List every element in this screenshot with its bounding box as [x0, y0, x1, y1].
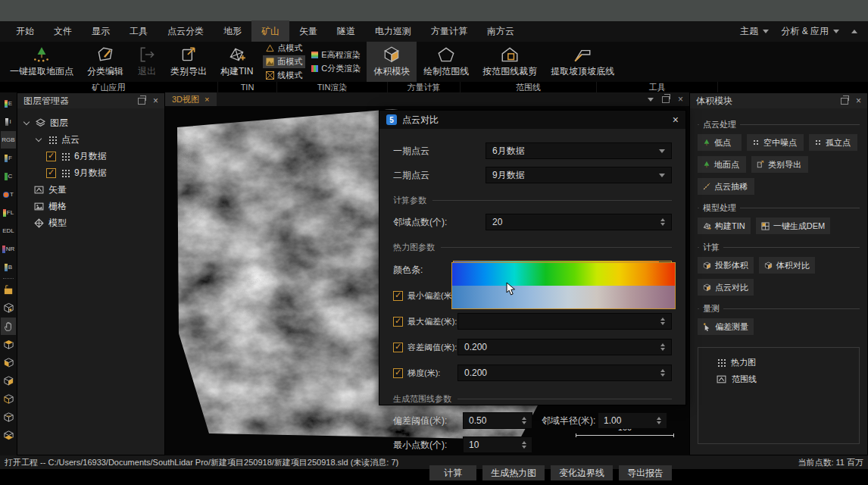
max-deviation-input[interactable] [457, 313, 672, 330]
spinner-arrows[interactable] [660, 343, 665, 351]
min-deviation-checkbox[interactable] [393, 291, 403, 301]
build-tin-button[interactable]: 构建TIN [214, 42, 260, 82]
line-mode-button[interactable]: 线模式 [263, 69, 305, 82]
extract-ground-points-button[interactable]: 一键提取地面点 [3, 42, 80, 82]
ground-points-button[interactable]: 地面点 [698, 156, 746, 173]
menu-item-south-cloud[interactable]: 南方云 [477, 20, 524, 42]
spinner-arrows[interactable] [660, 369, 665, 377]
class-export-button[interactable]: 类别导出 [751, 156, 808, 173]
view-top-tool[interactable] [1, 336, 16, 353]
spinner-arrows[interactable] [522, 441, 526, 449]
class-export-button[interactable]: 类别导出 [164, 42, 214, 82]
fl-render-tool[interactable]: FL [1, 204, 16, 221]
max-deviation-checkbox[interactable] [393, 317, 403, 327]
tree-node-model[interactable]: 模型 [34, 214, 160, 231]
view-back-tool[interactable] [1, 408, 16, 426]
change-boundary-button[interactable]: 变化边界线 [551, 465, 613, 480]
menu-item-display[interactable]: 显示 [82, 20, 120, 42]
dialog-close-button[interactable]: × [673, 114, 679, 125]
tab-list-dropdown-icon[interactable] [648, 98, 654, 102]
theme-dropdown[interactable]: 主题 [740, 25, 769, 38]
gradient-input[interactable]: 0.200 [457, 365, 672, 381]
menu-item-vector[interactable]: 矢量 [289, 20, 327, 42]
pan-tool[interactable] [1, 318, 16, 335]
menu-item-power-survey[interactable]: 电力巡测 [365, 20, 421, 42]
close-panel-icon[interactable]: × [856, 96, 861, 105]
volume-compare-button[interactable]: 体积对比 [759, 257, 815, 274]
menu-item-file[interactable]: 文件 [44, 20, 82, 42]
view-right-tool[interactable] [1, 372, 16, 390]
pointcloud-compare-button[interactable]: 点云对比 [698, 279, 754, 296]
generate-dem-button[interactable]: 一键生成DEM [756, 217, 830, 234]
tab-3d-view[interactable]: 3D视图 × [165, 92, 217, 106]
deviation-threshold-input[interactable]: 0.50 [463, 412, 532, 429]
tree-node-pointcloud[interactable]: 点云 [34, 131, 160, 148]
rgb-render-tool[interactable]: RGB [1, 131, 16, 149]
colorbar-option-rainbow[interactable] [452, 263, 675, 286]
cube-clip-tool[interactable] [1, 299, 16, 317]
tree-node-raster[interactable]: 栅格 [34, 198, 160, 214]
float-panel-icon[interactable] [138, 98, 145, 105]
result-layer-heatmap[interactable]: 热力图 [698, 354, 859, 371]
analysis-app-dropdown[interactable]: 分析 & 应用 [781, 25, 839, 38]
min-points-input[interactable]: 10 [463, 436, 532, 453]
classify-edit-button[interactable]: 分类编辑 [80, 42, 130, 82]
menu-item-tools[interactable]: 工具 [120, 20, 158, 42]
projected-volume-button[interactable]: 投影体积 [698, 257, 754, 274]
float-panel-icon[interactable] [841, 98, 848, 105]
profile-box-tool[interactable] [1, 281, 16, 299]
spinner-arrows[interactable] [660, 218, 665, 226]
close-tab-icon[interactable]: × [205, 95, 209, 104]
menu-item-terrain[interactable]: 地形 [214, 20, 251, 42]
view-bottom-tool[interactable] [1, 427, 16, 444]
nr-render-tool[interactable]: NR [1, 240, 16, 258]
tolerance-input[interactable]: 0.200 [457, 339, 672, 355]
neighbor-radius-input[interactable]: 1.00 [598, 412, 667, 429]
build-tin-button[interactable]: 构建TIN [698, 217, 751, 234]
spinner-arrows[interactable] [657, 417, 661, 424]
phase2-select[interactable]: 9月数据 [486, 167, 672, 183]
result-layer-boundary[interactable]: 范围线 [698, 371, 859, 387]
point-mode-button[interactable]: 点模式 [263, 42, 305, 55]
view-front-tool[interactable] [1, 354, 16, 371]
draw-boundary-button[interactable]: 绘制范围线 [417, 42, 476, 82]
tree-node-vector[interactable]: 矢量 [34, 181, 160, 198]
menu-item-mine[interactable]: 矿山 [251, 20, 289, 42]
time-render-tool[interactable]: T [1, 186, 16, 203]
june-visibility-checkbox[interactable] [46, 152, 56, 161]
september-visibility-checkbox[interactable] [46, 168, 56, 178]
intensity-render-tool[interactable]: I [1, 113, 16, 130]
tree-node-june-data[interactable]: 6月数据 [46, 148, 160, 164]
calculate-button[interactable]: 计算 [429, 465, 476, 480]
neighbor-count-input[interactable]: 20 [486, 214, 672, 230]
colorbar-option-muted[interactable] [452, 286, 675, 308]
elevation-render-tool[interactable]: E [1, 95, 16, 112]
phase1-select[interactable]: 6月数据 [486, 142, 672, 159]
volume-module-button[interactable]: 体积模块 [367, 42, 417, 82]
menu-item-pointcloud-classify[interactable]: 点云分类 [158, 20, 214, 42]
pointcloud-thin-button[interactable]: 点云抽稀 [698, 178, 754, 195]
elevation-render-button[interactable]: E高程渲染 [308, 48, 364, 61]
float-view-icon[interactable] [662, 96, 670, 103]
clip-by-boundary-button[interactable]: 按范围线裁剪 [476, 42, 544, 82]
tolerance-checkbox[interactable] [393, 343, 403, 352]
collapse-ribbon-button[interactable] [851, 30, 857, 33]
spinner-arrows[interactable] [522, 417, 526, 424]
face-mode-button[interactable]: 面模式 [263, 55, 305, 68]
deviation-measure-button[interactable]: 偏差测量 [698, 318, 754, 335]
air-noise-button[interactable]: 空中噪点 [747, 134, 804, 151]
exit-button[interactable]: 退出 [130, 42, 164, 82]
isolated-points-button[interactable]: 孤立点 [809, 134, 857, 151]
menu-item-tunnel[interactable]: 隧道 [327, 20, 365, 42]
close-panel-icon[interactable]: × [153, 96, 158, 105]
spinner-arrows[interactable] [660, 318, 665, 325]
feature-render-tool[interactable]: F [1, 149, 16, 167]
b-render-tool[interactable]: B [1, 258, 16, 276]
tree-node-layers[interactable]: 图层 [22, 114, 160, 131]
menu-item-volume-calc[interactable]: 方量计算 [421, 20, 477, 42]
classification-render-button[interactable]: C分类渲染 [308, 62, 364, 75]
export-report-button[interactable]: 导出报告 [619, 465, 672, 480]
gradient-checkbox[interactable] [393, 368, 403, 378]
class-render-tool[interactable]: C [1, 167, 16, 185]
close-view-icon[interactable]: × [678, 94, 683, 105]
